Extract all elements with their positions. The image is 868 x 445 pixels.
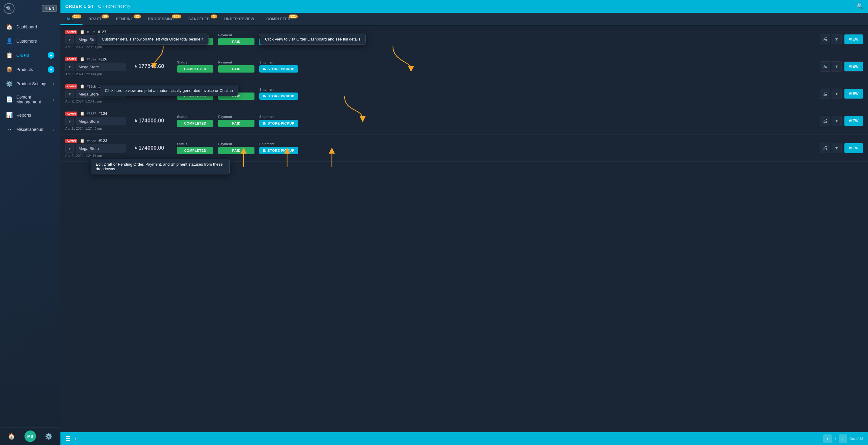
order-row: ADMIN 📋 #409a #126 ▾ Mega Store Apr 21 2…: [60, 53, 868, 80]
shipment-button[interactable]: IN STORE PICKUP: [259, 120, 298, 127]
print-icon: 🖨: [823, 118, 828, 124]
order-date: Apr 21 2024, 1:24:11 pm: [65, 154, 126, 157]
order-select-dropdown[interactable]: ▾: [65, 117, 74, 125]
tab-draft[interactable]: DRAFT10: [83, 13, 110, 25]
search-button[interactable]: 🔍: [4, 3, 14, 14]
sidebar-item-content-management[interactable]: 📄 Content Management ›: [1, 91, 59, 108]
order-date: Apr 21 2024, 1:27:40 pm: [65, 127, 126, 130]
payment-button[interactable]: PAID: [218, 65, 254, 72]
order-number: #125: [98, 84, 107, 89]
chevron-right-icon: ›: [53, 113, 54, 118]
shipment-button[interactable]: IN STORE PICKUP: [259, 38, 298, 46]
gear-footer-button[interactable]: ⚙️: [43, 431, 54, 442]
payment-button[interactable]: PAID: [218, 147, 254, 154]
order-select-dropdown[interactable]: ▾: [65, 35, 74, 44]
order-left: ADMIN 📋 #409a #126 ▾ Mega Store Apr 21 2…: [65, 57, 126, 76]
pagination: ‹ 1 › Out of 13: [823, 435, 864, 443]
add-order-button[interactable]: +: [48, 52, 54, 59]
print-dropdown-button[interactable]: ▾: [831, 61, 842, 72]
order-left: ADMIN 📋 #11cb #125 ▾ Mega Store Apr 21 2…: [65, 84, 126, 103]
admin-badge: ADMIN: [65, 139, 78, 143]
admin-badge: ADMIN: [65, 30, 78, 34]
shipment-group: Shipment IN STORE PICKUP: [259, 115, 298, 127]
view-button[interactable]: VIEW: [844, 61, 863, 72]
sidebar-item-miscellaneous[interactable]: ⋯ Miscellaneous ›: [1, 122, 59, 136]
order-select-dropdown[interactable]: ▾: [65, 90, 74, 98]
next-page-button[interactable]: ›: [839, 435, 847, 443]
payment-button[interactable]: PAID: [218, 38, 254, 46]
print-dropdown-button[interactable]: ▾: [831, 143, 842, 153]
print-button[interactable]: 🖨: [820, 116, 830, 126]
misc-icon: ⋯: [6, 126, 13, 133]
tab-processing[interactable]: PROCESSING107: [142, 13, 182, 25]
language-badge[interactable]: বাং EN: [42, 5, 57, 12]
admin-badge: ADMIN: [65, 112, 78, 116]
status-label: Status: [177, 88, 213, 91]
sidebar-item-reports[interactable]: 📊 Reports ›: [1, 108, 59, 122]
sidebar-item-products[interactable]: 📦 Products +: [1, 63, 59, 77]
print-dropdown-button[interactable]: ▾: [831, 116, 842, 126]
sidebar-item-label: Dashboard: [16, 25, 54, 29]
status-button[interactable]: COMPLETED: [177, 92, 213, 100]
sidebar-header: 🔍 বাং EN: [0, 0, 60, 17]
home-footer-button[interactable]: 🏠: [6, 431, 18, 442]
view-button[interactable]: VIEW: [844, 34, 863, 44]
order-amount: ৳ 177549.60: [129, 90, 174, 97]
content-icon: 📄: [6, 96, 13, 103]
status-button[interactable]: COMPLETED: [177, 38, 213, 46]
tab-under-review[interactable]: UNDER REVIEW: [218, 13, 260, 25]
shipment-label: Shipment: [259, 142, 298, 146]
shipment-button[interactable]: IN STORE PICKUP: [259, 147, 298, 154]
order-number: #127: [98, 30, 106, 34]
topbar-search-icon[interactable]: 🔍: [857, 3, 863, 10]
order-hash: #d8d8: [87, 139, 96, 143]
order-select-dropdown[interactable]: ▾: [65, 63, 74, 71]
print-dropdown-button[interactable]: ▾: [831, 89, 842, 99]
order-actions: 🖨 ▾ VIEW: [820, 61, 863, 72]
tab-all[interactable]: ALL253: [60, 13, 83, 25]
sidebar-item-orders[interactable]: 📋 Orders +: [1, 48, 59, 62]
prev-page-button[interactable]: ‹: [823, 435, 832, 443]
status-button[interactable]: COMPLETED: [177, 120, 213, 127]
refresh-button[interactable]: ↻ Fetched recently: [98, 4, 130, 9]
sidebar-nav: 🏠 Dashboard 👤 Customers 📋 Orders + 📦 Pro…: [0, 17, 60, 427]
print-button[interactable]: 🖨: [820, 89, 830, 99]
print-button[interactable]: 🖨: [820, 143, 830, 153]
order-row: ADMIN 📋 #6587 #124 ▾ Mega Store Apr 21 2…: [60, 107, 868, 135]
view-button[interactable]: VIEW: [844, 143, 863, 153]
lang-text: বাং EN: [45, 6, 54, 10]
sidebar-item-product-settings[interactable]: ⚙️ Product Settings ›: [1, 77, 59, 91]
hamburger-icon[interactable]: ☰: [65, 435, 71, 442]
payment-button[interactable]: PAID: [218, 92, 254, 100]
print-button[interactable]: 🖨: [820, 34, 830, 44]
ms-button[interactable]: MS: [25, 431, 36, 442]
sidebar-item-dashboard[interactable]: 🏠 Dashboard: [1, 20, 59, 34]
status-button[interactable]: COMPLETED: [177, 65, 213, 72]
main-content: ORDER LIST ↻ Fetched recently 🔍 ALL253DR…: [60, 0, 868, 445]
tab-completed[interactable]: COMPLETED121: [260, 13, 299, 25]
reports-icon: 📊: [6, 112, 13, 119]
sidebar-item-customers[interactable]: 👤 Customers: [1, 34, 59, 48]
payment-group: Payment PAID: [218, 60, 254, 72]
status-label: Status: [177, 115, 213, 119]
tab-pending[interactable]: PENDING12: [110, 13, 142, 25]
print-icon: 🖨: [823, 64, 828, 69]
view-button[interactable]: VIEW: [844, 89, 863, 99]
current-page: 1: [834, 437, 836, 441]
print-button[interactable]: 🖨: [820, 61, 830, 72]
view-button[interactable]: VIEW: [844, 116, 863, 126]
order-actions: 🖨 ▾ VIEW: [820, 116, 863, 126]
shipment-button[interactable]: IN STORE PICKUP: [259, 65, 298, 72]
bottombar: ☰ ‹ ‹ 1 › Out of 13: [60, 432, 868, 445]
add-product-button[interactable]: +: [48, 66, 54, 73]
order-select-dropdown[interactable]: ▾: [65, 144, 74, 153]
tab-label: CANCELED: [188, 17, 210, 21]
payment-button[interactable]: PAID: [218, 120, 254, 127]
back-icon[interactable]: ‹: [74, 436, 76, 442]
tab-canceled[interactable]: CANCELED3: [182, 13, 218, 25]
tab-label: PENDING: [116, 17, 133, 21]
shipment-button[interactable]: IN STORE PICKUP: [259, 92, 298, 100]
print-dropdown-button[interactable]: ▾: [831, 34, 842, 44]
tab-badge: 10: [101, 14, 109, 19]
status-button[interactable]: COMPLETED: [177, 147, 213, 154]
